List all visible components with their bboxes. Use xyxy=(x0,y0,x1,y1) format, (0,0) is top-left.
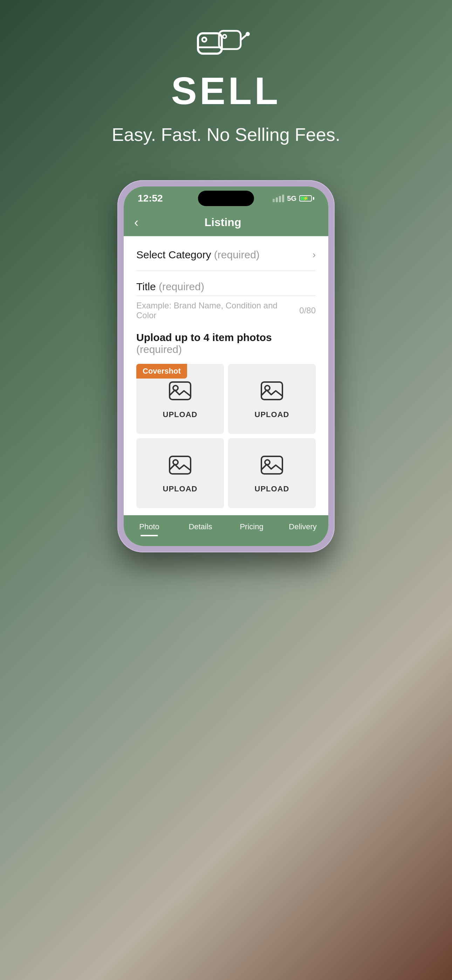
tab-delivery[interactable]: Delivery xyxy=(277,522,328,536)
page-subtitle: Easy. Fast. No Selling Fees. xyxy=(0,124,452,145)
svg-point-11 xyxy=(173,460,178,465)
tab-details[interactable]: Details xyxy=(175,522,226,536)
form-content: Select Category (required) › Title (requ… xyxy=(124,236,328,515)
tab-photo-label: Photo xyxy=(139,522,159,531)
svg-rect-12 xyxy=(261,457,282,474)
upload-label-1: UPLOAD xyxy=(163,410,197,419)
phone-inner: 12:52 5G ⚡ xyxy=(124,186,328,546)
char-count: 0/80 xyxy=(299,305,316,315)
title-label-text: Title xyxy=(136,281,156,292)
phone-mockup: 12:52 5G ⚡ xyxy=(0,180,452,552)
status-right: 5G ⚡ xyxy=(272,194,314,203)
network-label: 5G xyxy=(287,194,296,203)
upload-icon-1 xyxy=(168,379,193,404)
svg-point-4 xyxy=(223,35,226,38)
header-section: SELL Easy. Fast. No Selling Fees. xyxy=(0,0,452,159)
chevron-right-icon: › xyxy=(312,249,316,261)
upload-heading: Upload up to 4 item photos (required) xyxy=(136,332,316,355)
title-label: Title (required) xyxy=(136,281,316,293)
title-required: (required) xyxy=(156,281,204,292)
upload-section: Upload up to 4 item photos (required) Co… xyxy=(136,329,316,515)
category-label-text: Select Category xyxy=(136,249,211,261)
tab-delivery-label: Delivery xyxy=(289,522,317,531)
svg-point-7 xyxy=(173,385,178,390)
upload-icon-3 xyxy=(168,453,193,479)
svg-rect-8 xyxy=(261,382,282,399)
tab-pricing[interactable]: Pricing xyxy=(226,522,277,536)
tab-photo[interactable]: Photo xyxy=(124,522,175,536)
upload-grid: Covershot UPLOAD xyxy=(136,364,316,508)
signal-bars-icon xyxy=(272,194,284,202)
phone-outer: 12:52 5G ⚡ xyxy=(118,180,334,552)
battery-icon: ⚡ xyxy=(299,195,314,202)
category-row[interactable]: Select Category (required) › xyxy=(136,236,316,271)
svg-rect-10 xyxy=(170,457,191,474)
back-button[interactable]: ‹ xyxy=(134,216,138,229)
svg-rect-6 xyxy=(170,382,191,399)
upload-icon-4 xyxy=(259,453,284,479)
title-placeholder: Example: Brand Name, Condition and Color xyxy=(136,301,299,320)
svg-point-13 xyxy=(265,460,270,465)
logo-icon xyxy=(194,28,258,61)
example-row: Example: Brand Name, Condition and Color… xyxy=(136,296,316,329)
upload-label-4: UPLOAD xyxy=(255,484,290,493)
nav-title: Listing xyxy=(138,216,307,229)
svg-point-9 xyxy=(265,385,270,390)
tab-bar: Photo Details Pricing Delivery xyxy=(124,515,328,546)
dynamic-island xyxy=(198,191,254,206)
title-row: Title (required) xyxy=(136,271,316,296)
upload-cell-3[interactable]: UPLOAD xyxy=(136,438,224,508)
upload-label-2: UPLOAD xyxy=(255,410,290,419)
svg-point-1 xyxy=(202,38,206,42)
covershot-badge: Covershot xyxy=(136,364,187,379)
tab-photo-indicator xyxy=(140,535,158,536)
upload-label-3: UPLOAD xyxy=(163,484,197,493)
upload-cell-2[interactable]: UPLOAD xyxy=(228,364,316,434)
status-time: 12:52 xyxy=(138,193,163,204)
tab-pricing-label: Pricing xyxy=(240,522,263,531)
category-required: (required) xyxy=(214,249,259,261)
upload-icon-2 xyxy=(259,379,284,404)
upload-cell-1[interactable]: Covershot UPLOAD xyxy=(136,364,224,434)
category-label: Select Category (required) xyxy=(136,249,259,261)
status-bar: 12:52 5G ⚡ xyxy=(124,186,328,209)
upload-heading-text: Upload up to 4 item photos xyxy=(136,332,272,343)
page-title: SELL xyxy=(0,72,452,110)
upload-required: (required) xyxy=(136,344,182,355)
svg-point-5 xyxy=(246,32,250,36)
tab-details-label: Details xyxy=(188,522,212,531)
nav-bar: ‹ Listing xyxy=(124,209,328,236)
upload-cell-4[interactable]: UPLOAD xyxy=(228,438,316,508)
